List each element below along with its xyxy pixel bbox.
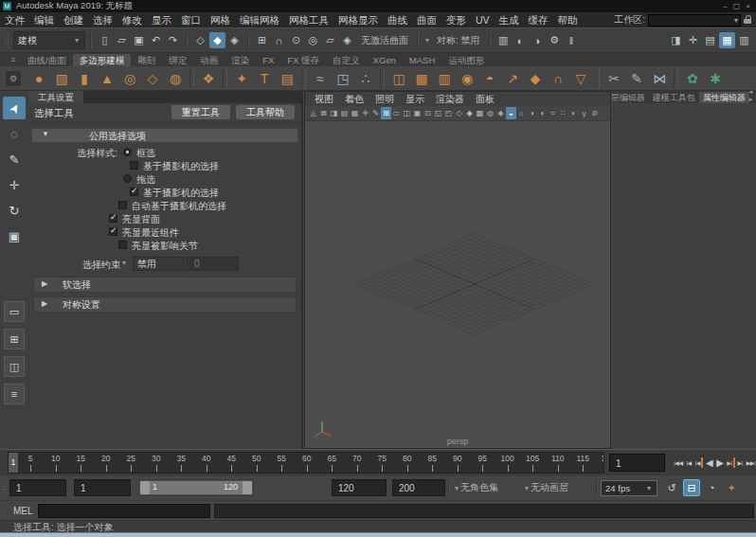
lighting-icon[interactable]: ☼ [516, 107, 527, 119]
poly-plane-icon[interactable]: ◇ [142, 68, 163, 89]
save-scene-icon[interactable]: ▣ [131, 32, 147, 48]
wireframe-mode-icon[interactable]: ◇ [454, 107, 464, 119]
ambient-occlusion-icon[interactable]: ◖ [537, 107, 548, 119]
lock-icon[interactable] [744, 15, 752, 25]
menu-item-5[interactable]: 显示 [147, 12, 176, 27]
lasso-tool[interactable]: ◌ [3, 122, 26, 145]
modeling-toolkit-toggle-icon[interactable]: ◨ [668, 32, 684, 48]
move-tool[interactable]: ✛ [3, 173, 26, 196]
shelf-tab-9[interactable]: XGen [367, 54, 403, 66]
shelf-tab-0[interactable]: 曲线/曲面 [21, 54, 73, 66]
shelf-tab-1[interactable]: 多边形建模 [73, 54, 132, 66]
workspace-dropdown[interactable]: ▾ [648, 14, 741, 27]
multi-cut-icon[interactable]: ✂ [603, 68, 624, 89]
poly-type-icon[interactable]: T [254, 68, 275, 89]
scale-tool[interactable]: ▣ [3, 224, 26, 247]
menu-item-6[interactable]: 窗口 [176, 12, 206, 27]
wireframe-on-shaded-icon[interactable]: ◈ [495, 107, 506, 119]
menu-item-15[interactable]: 生成 [495, 12, 524, 27]
shelf-tab-5[interactable]: 渲染 [225, 54, 256, 66]
select-by-hierarchy-icon[interactable]: ◇ [192, 32, 208, 48]
resolution-gate-icon[interactable]: ◫ [402, 107, 412, 119]
viewport-menu-3[interactable]: 显示 [400, 93, 430, 106]
symmetry-dropdown[interactable]: 对称: 禁用 [433, 34, 484, 47]
selection-constraint-dropdown[interactable]: 禁用 [133, 257, 189, 271]
checkbox-option-6[interactable] [109, 227, 117, 236]
sweep-mesh-icon[interactable]: ≈ [310, 68, 331, 89]
select-tool[interactable]: ➤ [3, 97, 26, 119]
step-forward-key-button[interactable]: ▶| [726, 457, 734, 468]
menu-item-12[interactable]: 曲面 [412, 12, 441, 27]
play-forwards-button[interactable]: ▶ [715, 456, 724, 470]
menu-item-2[interactable]: 创建 [59, 12, 88, 27]
shelf-tab-6[interactable]: FX [256, 54, 280, 66]
grid-toggle-icon[interactable]: ⊞ [381, 107, 391, 119]
animation-start-field[interactable]: 1 [9, 479, 66, 496]
menu-set-dropdown[interactable]: 建模 ▾ [13, 31, 85, 49]
section-common-selection-options[interactable]: ▼ 公用选择选项 [32, 129, 297, 142]
super-shape-icon[interactable]: ✦ [231, 68, 252, 89]
radio-option-0[interactable] [123, 148, 132, 156]
open-scene-icon[interactable]: ▱ [114, 32, 130, 48]
minimize-button[interactable]: – [723, 0, 727, 12]
play-backwards-button[interactable]: ◀ [705, 456, 713, 470]
motion-blur-icon[interactable]: ≈ [548, 107, 558, 119]
select-by-object-icon[interactable]: ◆ [209, 32, 225, 48]
bookmark-icon[interactable]: ▤ [339, 107, 350, 119]
shelf-tab-3[interactable]: 绑定 [162, 54, 193, 66]
shelf-tab-11[interactable]: 运动图形 [441, 54, 491, 66]
poly-disc-icon[interactable]: ◍ [165, 68, 186, 89]
grease-pencil-icon[interactable]: ✎ [370, 107, 381, 119]
checkbox-option-7[interactable] [118, 241, 127, 249]
safe-title-icon[interactable]: ◰ [443, 107, 454, 119]
quad-draw-icon[interactable]: ✎ [626, 68, 647, 89]
drag-handle[interactable] [2, 479, 7, 496]
poly-cone-icon[interactable]: ▲ [97, 68, 117, 89]
checkbox-option-1[interactable] [130, 161, 138, 170]
anim-layer-dropdown[interactable]: 无动画层 [531, 481, 593, 494]
measure-distance-icon[interactable]: ∴ [355, 68, 376, 89]
bridge-icon[interactable]: ∩ [548, 68, 568, 89]
range-start-handle[interactable] [140, 481, 150, 494]
select-by-component-icon[interactable]: ◈ [226, 32, 243, 48]
poly-torus-icon[interactable]: ◎ [119, 68, 140, 89]
time-slider[interactable]: 1 51015202530354045505560657075808590951… [8, 452, 604, 474]
layout-single-pane[interactable]: ▭ [4, 301, 25, 322]
ipr-render-icon[interactable]: ◑ [530, 32, 546, 48]
render-current-frame-icon[interactable]: ◐ [513, 32, 529, 48]
boolean-icon[interactable]: ◓ [479, 68, 500, 89]
poly-cylinder-icon[interactable]: ▮ [74, 68, 95, 89]
sidebar-tab-0[interactable]: 通道盒/层编辑器 [612, 92, 649, 103]
pause-viewport-icon[interactable]: ‖ [564, 32, 580, 48]
separate-icon[interactable]: ▥ [434, 68, 455, 89]
checkbox-option-3[interactable] [130, 188, 138, 196]
platonic-solid-icon[interactable]: ❖ [198, 68, 219, 89]
auto-keyframe-icon[interactable]: ✦ [723, 479, 740, 496]
extrude-icon[interactable]: ↗ [502, 68, 523, 89]
shelf-tab-7[interactable]: FX 缓存 [280, 54, 326, 66]
shelf-tab-2[interactable]: 雕刻 [131, 54, 162, 66]
film-gate-icon[interactable]: ▭ [391, 107, 402, 119]
snap-to-projected-center-icon[interactable]: ◎ [305, 32, 321, 48]
menu-item-1[interactable]: 编辑 [29, 12, 59, 27]
camera-attributes-icon[interactable]: ◨ [329, 107, 339, 119]
multisample-icon[interactable]: ∷ [558, 107, 568, 119]
step-back-frame-button[interactable]: |◀ [686, 457, 693, 468]
render-settings-icon[interactable]: ⚙ [547, 32, 563, 48]
layout-four-pane[interactable]: ⊞ [4, 329, 25, 349]
channel-box-toggle-icon[interactable]: ▥ [736, 32, 752, 48]
shadows-icon[interactable]: ◑ [527, 107, 537, 119]
viewport-menu-0[interactable]: 视图 [309, 93, 339, 106]
command-line-input[interactable] [38, 504, 210, 518]
animation-preferences-icon[interactable]: ⊟ [683, 479, 700, 496]
character-set-dropdown[interactable]: 无角色集 [460, 481, 523, 494]
shelf-editor-icon[interactable]: ⚙ [6, 71, 21, 86]
playback-end-field[interactable]: 120 [332, 479, 387, 496]
menu-item-16[interactable]: 缓存 [524, 12, 553, 27]
menu-item-3[interactable]: 选择 [88, 12, 117, 27]
bevel-icon[interactable]: ◆ [525, 68, 546, 89]
shelf-tab-10[interactable]: MASH [403, 54, 441, 66]
poly-cube-icon[interactable]: ▧ [51, 68, 72, 89]
playback-loop-icon[interactable]: ↺ [663, 479, 680, 496]
undo-icon[interactable]: ↶ [148, 32, 164, 48]
